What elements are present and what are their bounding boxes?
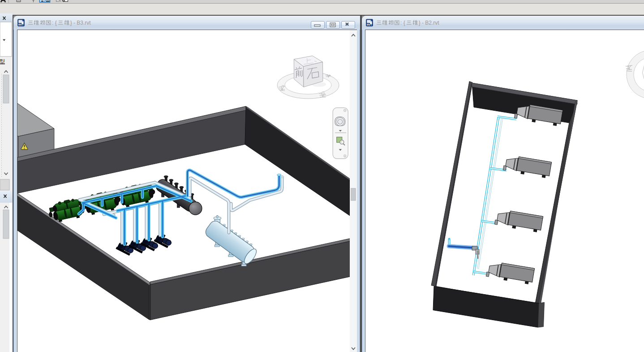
- svg-text:型: 型: [0, 58, 5, 65]
- svg-text:RVT: RVT: [18, 23, 24, 26]
- svg-text:RVT: RVT: [367, 23, 372, 26]
